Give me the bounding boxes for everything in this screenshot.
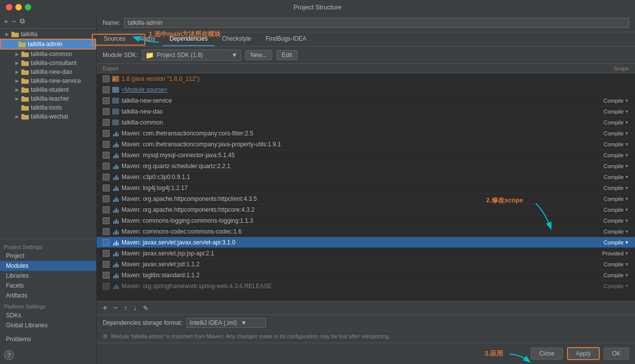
- dep-row-jdk[interactable]: J 1.8 (java version "1.8.0_112"): [97, 73, 635, 84]
- tree-item-talkilla-wechat[interactable]: ▶ talkilla-wechat: [0, 112, 96, 121]
- dep-scope[interactable]: Provided ▼: [584, 250, 629, 256]
- tab-paths[interactable]: Paths: [133, 32, 163, 46]
- tab-sources[interactable]: Sources: [97, 32, 133, 46]
- sidebar-item-facets[interactable]: Facets: [0, 281, 96, 291]
- sidebar-item-modules[interactable]: Modules: [0, 261, 96, 271]
- dep-checkbox[interactable]: [103, 141, 110, 148]
- dep-row-talkilla-common[interactable]: talkilla-common Compile ▼: [97, 117, 635, 128]
- dep-row-talkilla-new-service[interactable]: talkilla-new-service Compile ▼: [97, 95, 635, 106]
- dep-scope[interactable]: Compile ▼: [584, 207, 629, 213]
- dep-scope[interactable]: Compile ▼: [584, 98, 629, 104]
- dep-checkbox[interactable]: [103, 272, 110, 279]
- sidebar-item-project[interactable]: Project: [0, 251, 96, 261]
- tree-item-talkilla-teacher[interactable]: ▶ talkilla-teacher: [0, 94, 96, 103]
- tree-item-talkilla-student[interactable]: ▶ talkilla-student: [0, 85, 96, 94]
- dep-checkbox-jdk[interactable]: [103, 75, 110, 82]
- dep-row-maven-servlet-api[interactable]: Maven: javax.servlet:javax.servlet-api:3…: [97, 237, 635, 248]
- maximize-window-button[interactable]: [25, 4, 31, 10]
- dep-scope[interactable]: Compile ▼: [584, 130, 629, 136]
- tree-item-talkilla-new-service[interactable]: ▶ talkilla-new-service: [0, 76, 96, 85]
- dep-move-up-button[interactable]: ↑: [122, 304, 129, 312]
- tree-item-talkilla[interactable]: ▶ talkilla: [0, 30, 96, 39]
- dep-scope[interactable]: Compile ▼: [584, 229, 629, 235]
- dep-row-maven-c3p0[interactable]: Maven: c3p0:c3p0:0.9.1.1 Compile ▼: [97, 172, 635, 182]
- dep-row-talkilla-new-dao[interactable]: talkilla-new-dao Compile ▼: [97, 106, 635, 117]
- dep-checkbox[interactable]: [103, 119, 110, 126]
- help-button[interactable]: ?: [4, 350, 14, 360]
- dep-remove-button[interactable]: −: [111, 303, 120, 312]
- dep-checkbox[interactable]: [103, 163, 110, 170]
- dep-checkbox-module-source[interactable]: [103, 86, 110, 93]
- dep-row-maven-mysql[interactable]: Maven: mysql:mysql-connector-java:5.1.45…: [97, 150, 635, 161]
- tab-checkstyle[interactable]: Checkstyle: [215, 32, 258, 46]
- sidebar-item-problems[interactable]: Problems: [0, 334, 96, 344]
- dep-checkbox[interactable]: [103, 217, 110, 224]
- dep-scope[interactable]: Compile ▼: [584, 120, 629, 125]
- copy-module-button[interactable]: ⧉: [19, 17, 26, 25]
- dep-scope[interactable]: Compile ▼: [584, 185, 629, 191]
- dep-name-module-source[interactable]: <Module source>: [122, 86, 582, 93]
- dep-scope[interactable]: Compile ▼: [584, 141, 629, 147]
- tree-item-talkilla-common[interactable]: ▶ talkilla-common: [0, 50, 96, 59]
- minimize-window-button[interactable]: [15, 4, 22, 10]
- tree-item-talkilla-tools[interactable]: ▶ talkilla-tools: [0, 103, 96, 112]
- dep-row-maven-jsp[interactable]: Maven: javax.servlet.jsp:jsp-api:2.1 Pro…: [97, 248, 635, 259]
- dep-row-maven-java-property[interactable]: Maven: com.thetransactioncompany:java-pr…: [97, 139, 635, 150]
- dep-checkbox[interactable]: [103, 108, 110, 115]
- dep-scope[interactable]: Compile ▼: [584, 283, 629, 289]
- dep-row-maven-quartz[interactable]: Maven: org.quartz-scheduler:quartz:2.2.1…: [97, 161, 635, 172]
- dep-scope[interactable]: Compile ▼: [584, 218, 629, 224]
- dep-checkbox[interactable]: [103, 250, 110, 257]
- tree-item-talkilla-admin[interactable]: ▶ talkilla-admin: [0, 39, 96, 50]
- dep-checkbox[interactable]: [103, 130, 110, 137]
- remove-module-button[interactable]: −: [11, 17, 17, 25]
- close-button[interactable]: Close: [531, 348, 563, 360]
- dep-row-module-source[interactable]: <Module source>: [97, 84, 635, 95]
- dep-scope[interactable]: Compile ▼: [584, 196, 629, 202]
- dep-checkbox[interactable]: [103, 206, 110, 213]
- dep-row-maven-httpcore[interactable]: Maven: org.apache.httpcomponents:httpcor…: [97, 204, 635, 215]
- dep-scope[interactable]: Compile ▼: [584, 272, 629, 278]
- dep-scope[interactable]: Compile ▼: [584, 261, 629, 267]
- dep-checkbox[interactable]: [103, 174, 110, 181]
- dep-checkbox[interactable]: [103, 228, 110, 235]
- sidebar-item-global-libraries[interactable]: Global Libraries: [0, 320, 96, 330]
- window-controls[interactable]: [6, 4, 31, 10]
- dep-checkbox[interactable]: [103, 239, 110, 246]
- dep-scope[interactable]: Compile ▼: [584, 174, 629, 180]
- dep-checkbox[interactable]: [103, 195, 110, 202]
- sdk-edit-button[interactable]: Edit: [276, 50, 298, 60]
- dep-move-down-button[interactable]: ↓: [131, 304, 139, 312]
- dep-checkbox[interactable]: [103, 283, 110, 290]
- dep-row-maven-jstl[interactable]: Maven: javax.servlet:jstl:1.1.2 Compile …: [97, 259, 635, 270]
- tab-findbugs[interactable]: FindBugs-IDEA: [258, 32, 314, 46]
- dep-row-maven-commons-codec[interactable]: Maven: commons-codec:commons-codec:1.6 C…: [97, 226, 635, 237]
- dep-checkbox[interactable]: [103, 152, 110, 159]
- tab-dependencies[interactable]: Dependencies: [163, 32, 215, 46]
- dep-scope[interactable]: Compile ▼: [584, 109, 629, 115]
- tree-item-talkilla-new-dao[interactable]: ▶ talkilla-new-dao: [0, 67, 96, 76]
- dep-checkbox[interactable]: [103, 97, 110, 104]
- close-window-button[interactable]: [6, 4, 12, 10]
- dep-row-maven-cors[interactable]: Maven: com.thetransactioncompany:cors-fi…: [97, 128, 635, 139]
- module-name-input[interactable]: [124, 18, 629, 28]
- dep-row-maven-spring[interactable]: Maven: org.springframework:spring-web:4.…: [97, 281, 635, 292]
- dep-scope[interactable]: Compile ▼: [584, 240, 629, 245]
- add-module-button[interactable]: +: [3, 17, 9, 25]
- sdk-dropdown[interactable]: 📁 Project SDK (1.8) ▼: [142, 50, 241, 61]
- dep-row-maven-log4j[interactable]: Maven: log4j:log4j:1.2.17 Compile ▼: [97, 182, 635, 193]
- ok-button[interactable]: OK: [604, 348, 629, 360]
- dep-edit-button[interactable]: ✎: [141, 304, 150, 312]
- apply-button[interactable]: Apply: [567, 347, 600, 360]
- dep-add-button[interactable]: +: [101, 303, 109, 312]
- dep-checkbox[interactable]: [103, 261, 110, 268]
- sidebar-item-artifacts[interactable]: Artifacts: [0, 291, 96, 301]
- dep-row-maven-httpclient[interactable]: Maven: org.apache.httpcomponents:httpcli…: [97, 193, 635, 204]
- sdk-new-button[interactable]: New...: [245, 50, 272, 60]
- dep-row-maven-commons-logging[interactable]: Maven: commons-logging:commons-logging:1…: [97, 215, 635, 226]
- dep-checkbox[interactable]: [103, 184, 110, 191]
- dep-scope[interactable]: Compile ▼: [584, 152, 629, 158]
- storage-select[interactable]: IntelliJ IDEA (.iml) ▼: [187, 318, 266, 328]
- sidebar-item-libraries[interactable]: Libraries: [0, 271, 96, 281]
- tree-item-talkilla-consultant[interactable]: ▶ talkilla-consultant: [0, 59, 96, 67]
